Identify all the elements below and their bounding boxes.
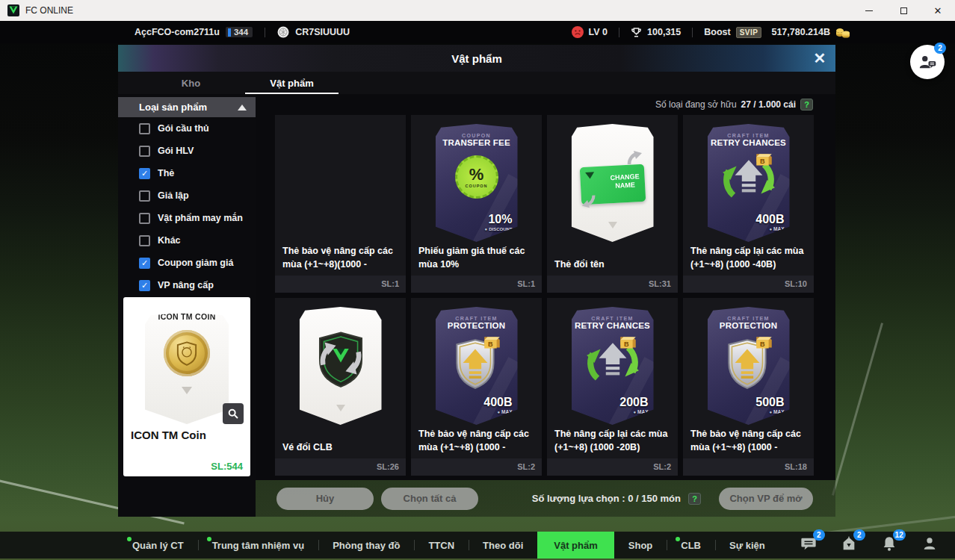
item-count: SL:1 — [411, 276, 542, 293]
item-card-1[interactable]: COUPON TRANSFER FEE %COUPON 10%DISCOUNT … — [411, 115, 542, 293]
nav-item-2[interactable]: Phòng thay đồ — [318, 532, 414, 559]
preview-item-count: SL:544 — [211, 461, 243, 472]
nav-item-7[interactable]: CLB — [667, 532, 715, 559]
modal-tabs: Kho Vật phẩm — [118, 72, 835, 94]
filter-header[interactable]: Loại sản phẩm — [118, 97, 256, 117]
select-all-button[interactable]: Chọn tất cả — [381, 488, 478, 510]
item-art: CRAFT ITEM RETRY CHANCES B 200BMAX — [547, 307, 678, 425]
tab-kho[interactable]: Kho — [140, 72, 241, 94]
preview-item-name: ICON TM Coin — [131, 429, 206, 441]
filter-option-3[interactable]: Giả lập — [118, 184, 256, 207]
item-art: CHANGENAME — [547, 124, 678, 242]
nav-item-6[interactable]: Shop — [614, 532, 667, 559]
fc-points-value: 100,315 — [647, 27, 681, 37]
nav-item-5[interactable]: Vật phẩm — [537, 532, 614, 559]
minimize-button[interactable] — [852, 0, 886, 21]
modal-header: Vật phẩm ✕ — [118, 45, 835, 72]
divider — [619, 28, 619, 37]
profile-button[interactable] — [920, 535, 939, 555]
item-card-0[interactable]: Thẻ bảo vệ nâng cấp các mùa (+1~+8)(1000… — [275, 115, 406, 293]
item-count: SL:2 — [547, 458, 678, 476]
craft-cube-icon: B — [620, 337, 636, 348]
checkbox-icon: ✓ — [139, 258, 150, 269]
modal-content: Số loại đang sở hữu 27 / 1.000 cái ? Thẻ… — [256, 94, 835, 517]
filter-option-4[interactable]: Vật phẩm may mắn — [118, 207, 256, 229]
filter-option-6[interactable]: ✓ Coupon giảm giá — [118, 252, 256, 274]
checkbox-icon — [139, 235, 150, 246]
item-count: SL:1 — [275, 276, 406, 293]
modal-body: Loại sản phẩm Gói cầu thủ Gói HLV✓ Thẻ G… — [118, 94, 835, 517]
item-name: Thẻ đổi tên — [554, 258, 673, 271]
nav-item-8[interactable]: Sự kiện — [715, 532, 779, 559]
level-label: LV 0 — [589, 27, 608, 37]
item-card-5[interactable]: CRAFT ITEM PROTECTION B 400BMAX Thẻ bảo … — [411, 298, 542, 476]
selection-count-label: Số lượng lựa chọn : 0 / 150 món — [532, 493, 681, 504]
craft-cube-icon: B — [756, 154, 772, 165]
maximize-button[interactable] — [886, 0, 921, 21]
filter-option-label: Vật phẩm may mắn — [158, 213, 243, 223]
owned-help-button[interactable]: ? — [800, 99, 813, 111]
item-card-6[interactable]: CRAFT ITEM RETRY CHANCES B 200BMAX Thẻ n… — [547, 298, 678, 476]
item-name: Thẻ bảo vệ nâng cấp các mùa (+1~+8)(1000… — [282, 244, 401, 271]
craft-cube-icon: B — [756, 337, 772, 348]
open-items-button[interactable]: Chọn VP để mở — [719, 488, 813, 510]
svg-text:B: B — [760, 340, 765, 348]
nav-item-label: TTCN — [428, 540, 454, 551]
minimize-icon — [865, 10, 873, 11]
nav-item-3[interactable]: TTCN — [414, 532, 469, 559]
boost-label: Boost — [704, 27, 730, 37]
owned-label: Số loại đang sở hữu — [655, 99, 737, 110]
window-title: FC ONLINE — [25, 5, 73, 16]
bell-button[interactable]: 12 — [880, 535, 899, 555]
club-name: CR7SIUUUU — [295, 27, 350, 37]
club-ticket-card-art — [300, 307, 382, 425]
filter-list: Gói cầu thủ Gói HLV✓ Thẻ Giả lập Vật phẩ… — [118, 117, 256, 296]
item-count: SL:31 — [547, 276, 678, 293]
item-card-7[interactable]: CRAFT ITEM PROTECTION B 500BMAX Thẻ bảo … — [683, 298, 814, 476]
nav-item-label: Theo dõi — [483, 540, 523, 551]
profile-icon — [921, 535, 938, 555]
filter-option-7[interactable]: ✓ VP nâng cấp — [118, 274, 256, 296]
item-card-2[interactable]: CHANGENAME Thẻ đổi tên SL:31 — [547, 115, 678, 293]
filter-option-2[interactable]: ✓ Thẻ — [118, 162, 256, 184]
protection-card-art: CRAFT ITEM PROTECTION B 500BMAX — [708, 307, 790, 425]
close-window-button[interactable]: ✕ — [921, 0, 955, 21]
item-card-4[interactable]: Vé đổi CLB SL:26 — [275, 298, 406, 476]
checkbox-icon — [139, 190, 150, 202]
field-line — [832, 323, 883, 496]
filter-option-label: Thẻ — [158, 168, 174, 178]
fc-points-icon — [631, 26, 642, 38]
modal-close-button[interactable]: ✕ — [809, 47, 831, 69]
contact-float-button[interactable]: 2 — [910, 45, 945, 79]
checkbox-icon: ✓ — [139, 280, 150, 291]
chat-button[interactable]: 2 — [799, 535, 818, 555]
filter-option-label: VP nâng cấp — [158, 280, 214, 290]
filter-option-5[interactable]: Khác — [118, 229, 256, 252]
retry-chances-card-art: CRAFT ITEM RETRY CHANCES B 400BMAX — [708, 124, 790, 242]
checkbox-icon — [139, 123, 150, 134]
checkbox-icon: ✓ — [139, 168, 150, 179]
filter-option-label: Gói cầu thủ — [158, 123, 209, 134]
item-art: COUPON TRANSFER FEE %COUPON 10%DISCOUNT — [411, 124, 542, 242]
bottom-nav-items: Quản lý CTTrung tâm nhiệm vụPhòng thay đ… — [118, 532, 779, 559]
zoom-preview-button[interactable] — [223, 403, 244, 424]
bp-balance: 517,780.214B — [771, 27, 830, 37]
nav-item-4[interactable]: Theo dõi — [469, 532, 537, 559]
grid-area: Số loại đang sở hữu 27 / 1.000 cái ? Thẻ… — [256, 94, 835, 480]
manager-mood-icon — [572, 26, 584, 38]
item-count: SL:18 — [683, 458, 814, 476]
account-level-badge: 344 — [226, 27, 253, 37]
item-card-3[interactable]: CRAFT ITEM RETRY CHANCES B 400BMAX Thẻ n… — [683, 115, 814, 293]
fc-online-logo-icon — [7, 4, 19, 16]
filter-option-0[interactable]: Gói cầu thủ — [118, 117, 256, 140]
nav-item-0[interactable]: Quản lý CT — [118, 532, 198, 559]
cancel-button[interactable]: Hủy — [276, 488, 374, 510]
nav-item-1[interactable]: Trung tâm nhiệm vụ — [198, 532, 319, 559]
filter-option-1[interactable]: Gói HLV — [118, 140, 256, 162]
club-flag-button[interactable]: 2 — [839, 535, 859, 555]
tab-vat-pham[interactable]: Vật phẩm — [241, 72, 342, 94]
selection-help-button[interactable]: ? — [688, 493, 701, 505]
items-modal: Vật phẩm ✕ Kho Vật phẩm Loại sản phẩm Gó… — [118, 45, 835, 517]
checkbox-icon — [139, 213, 150, 224]
craft-cube-icon: B — [484, 337, 500, 348]
